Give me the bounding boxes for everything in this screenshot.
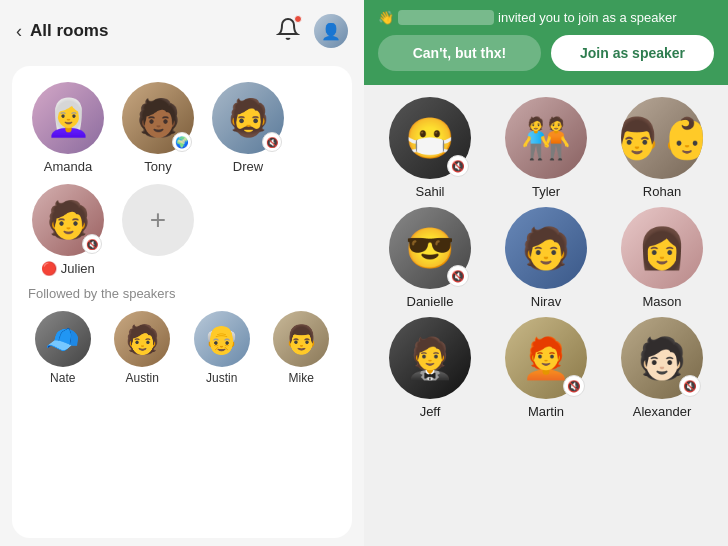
add-speaker-item: + — [118, 184, 198, 276]
speaker-name: Danielle — [407, 294, 454, 309]
back-arrow-icon: ‹ — [16, 21, 22, 42]
avatar-wrap: 🧔 🔇 — [212, 82, 284, 154]
muted-icon: 🔇 — [447, 155, 469, 177]
invite-text: 👋 ██████████ invited you to join as a sp… — [378, 10, 714, 25]
muted-icon: 🔇 — [563, 375, 585, 397]
list-item: 😷 🔇 Sahil — [374, 97, 486, 199]
list-item: 👨 Mike — [267, 311, 337, 385]
cant-join-button[interactable]: Can't, but thx! — [378, 35, 541, 71]
avatar-wrap: 👩‍🦳 — [32, 82, 104, 154]
avatar: 🤵 — [389, 317, 471, 399]
follower-name: Nate — [50, 371, 75, 385]
left-header: ‹ All rooms 👤 — [0, 0, 364, 58]
avatar-wrap: 🧑 — [505, 207, 587, 289]
list-item: 🧑🏾 🌍 Tony — [118, 82, 198, 174]
muted-icon: 🌍 — [172, 132, 192, 152]
invite-buttons: Can't, but thx! Join as speaker — [378, 35, 714, 71]
speaker-name: Amanda — [44, 159, 92, 174]
list-item: 🤵 Jeff — [374, 317, 486, 419]
list-item: 👩 Mason — [606, 207, 718, 309]
speaker-name: Sahil — [416, 184, 445, 199]
avatar-wrap: 🧑 🔇 — [32, 184, 104, 256]
inviter-name: ██████████ — [398, 10, 494, 25]
followers-row: 🧢 Nate 🧑 Austin 👴 Justin 👨 Mi — [28, 311, 336, 385]
avatar-wrap: 👩 — [621, 207, 703, 289]
speaker-name: 🔴 Julien — [41, 261, 95, 276]
muted-icon: 🔇 — [82, 234, 102, 254]
avatar: 👨‍👶 — [621, 97, 703, 179]
list-item: 👨‍👶 Rohan — [606, 97, 718, 199]
right-content: 😷 🔇 Sahil 🧑‍🤝‍🧑 Tyler — [364, 85, 728, 546]
left-panel: ‹ All rooms 👤 👩‍🦳 — [0, 0, 364, 546]
user-avatar[interactable]: 👤 — [314, 14, 348, 48]
avatar: 👨 — [273, 311, 329, 367]
all-rooms-title: All rooms — [30, 21, 108, 41]
speakers-grid: 👩‍🦳 Amanda 🧑🏾 🌍 Tony 🧔 — [28, 82, 336, 276]
avatar: 🧑 — [114, 311, 170, 367]
muted-icon: 🔇 — [679, 375, 701, 397]
follower-name: Mike — [289, 371, 314, 385]
speaker-name: Tony — [144, 159, 171, 174]
wave-emoji: 👋 — [378, 10, 394, 25]
invite-description: invited you to join as a speaker — [498, 10, 677, 25]
follower-name: Austin — [126, 371, 159, 385]
speaker-name: Nirav — [531, 294, 561, 309]
list-item: 🧢 Nate — [28, 311, 98, 385]
avatar: 🧑‍🤝‍🧑 — [505, 97, 587, 179]
notifications-button[interactable] — [276, 17, 300, 45]
speaker-name: Mason — [642, 294, 681, 309]
avatar-wrap: 😷 🔇 — [389, 97, 471, 179]
avatar-wrap: 🧑🏻 🔇 — [621, 317, 703, 399]
list-item: 🧑‍🦰 🔇 Martin — [490, 317, 602, 419]
add-speaker-button[interactable]: + — [122, 184, 194, 256]
avatar: 👩 — [621, 207, 703, 289]
avatar: 👴 — [194, 311, 250, 367]
room-card: 👩‍🦳 Amanda 🧑🏾 🌍 Tony 🧔 — [12, 66, 352, 538]
notification-dot — [294, 15, 302, 23]
back-button[interactable]: ‹ All rooms — [16, 21, 108, 42]
avatar-wrap: 👨‍👶 — [621, 97, 703, 179]
header-icons: 👤 — [276, 14, 348, 48]
muted-icon: 🔇 — [447, 265, 469, 287]
avatar-wrap: 🧑‍🦰 🔇 — [505, 317, 587, 399]
muted-icon: 🔇 — [262, 132, 282, 152]
avatar-wrap: 🧑🏾 🌍 — [122, 82, 194, 154]
right-speakers-grid: 😷 🔇 Sahil 🧑‍🤝‍🧑 Tyler — [374, 97, 718, 419]
list-item: 🧔 🔇 Drew — [208, 82, 288, 174]
section-label: Followed by the speakers — [28, 286, 336, 301]
follower-name: Justin — [206, 371, 237, 385]
list-item: 👴 Justin — [187, 311, 257, 385]
right-panel: 👋 ██████████ invited you to join as a sp… — [364, 0, 728, 546]
speaker-name: Martin — [528, 404, 564, 419]
list-item: 😎 🔇 Danielle — [374, 207, 486, 309]
list-item: 🧑 🔇 🔴 Julien — [28, 184, 108, 276]
speaker-name: Rohan — [643, 184, 681, 199]
list-item: 👩‍🦳 Amanda — [28, 82, 108, 174]
avatar: 👩‍🦳 — [32, 82, 104, 154]
speaker-name: Jeff — [420, 404, 441, 419]
list-item: 🧑 Nirav — [490, 207, 602, 309]
avatar: 🧢 — [35, 311, 91, 367]
avatar-wrap: 🤵 — [389, 317, 471, 399]
avatar: 🧑 — [505, 207, 587, 289]
speaker-name: Tyler — [532, 184, 560, 199]
invite-banner: 👋 ██████████ invited you to join as a sp… — [364, 0, 728, 85]
list-item: 🧑‍🤝‍🧑 Tyler — [490, 97, 602, 199]
speaker-name: Drew — [233, 159, 263, 174]
join-as-speaker-button[interactable]: Join as speaker — [551, 35, 714, 71]
list-item: 🧑🏻 🔇 Alexander — [606, 317, 718, 419]
speaker-name: Alexander — [633, 404, 692, 419]
avatar-wrap: 🧑‍🤝‍🧑 — [505, 97, 587, 179]
list-item: 🧑 Austin — [108, 311, 178, 385]
avatar-wrap: 😎 🔇 — [389, 207, 471, 289]
